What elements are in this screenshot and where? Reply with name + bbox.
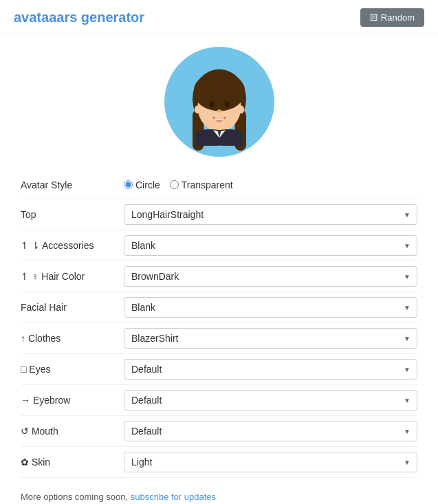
clothes-select-wrapper: BlazerShirt BlazerSweater CollarSweater … bbox=[124, 328, 417, 349]
avatar-style-circle-radio[interactable] bbox=[124, 180, 133, 189]
mouth-row: ↺ Mouth Concerned Default Disbelief Eati… bbox=[21, 416, 417, 447]
eyebrow-value: Angry AngryNatural Default DefaultNatura… bbox=[124, 390, 417, 410]
svg-point-6 bbox=[224, 101, 230, 107]
avatar-circle bbox=[164, 47, 274, 157]
top-select[interactable]: LongHairStraight LongHairBun ShortHairSh… bbox=[124, 204, 417, 225]
eyes-select-wrapper: Close Cry Default Dizzy EyeRoll Happy He… bbox=[124, 359, 417, 380]
eyes-value: Close Cry Default Dizzy EyeRoll Happy He… bbox=[124, 359, 417, 380]
accessories-value: Blank Kurt Prescription01 Prescription02… bbox=[124, 235, 417, 256]
eyebrow-row: → Eyebrow Angry AngryNatural Default Def… bbox=[21, 385, 417, 416]
accessories-row: ↿ ⇂ Accessories Blank Kurt Prescription0… bbox=[21, 230, 417, 261]
hair-color-label: ↿ ♀ Hair Color bbox=[21, 271, 124, 282]
footer-static-text: More options coming soon, bbox=[21, 492, 128, 502]
skin-select[interactable]: Tanned Yellow Pale Light Brown DarkBrown… bbox=[124, 452, 417, 472]
facial-hair-label: Facial Hair bbox=[21, 302, 124, 313]
top-select-wrapper: LongHairStraight LongHairBun ShortHairSh… bbox=[124, 204, 417, 225]
svg-point-8 bbox=[195, 105, 201, 113]
random-button[interactable]: ⚄ Random bbox=[360, 8, 424, 27]
mouth-value: Concerned Default Disbelief Eating Grima… bbox=[124, 421, 417, 441]
facial-hair-row: Facial Hair Blank BeardLight BeardMajest… bbox=[21, 292, 417, 323]
accessories-select[interactable]: Blank Kurt Prescription01 Prescription02… bbox=[124, 235, 417, 256]
skin-row: ✿ Skin Tanned Yellow Pale Light Brown Da… bbox=[21, 447, 417, 478]
hair-color-select[interactable]: Auburn Black Blonde BlondeGolden Brown B… bbox=[124, 266, 417, 287]
skin-value: Tanned Yellow Pale Light Brown DarkBrown… bbox=[124, 452, 417, 472]
avatar-svg bbox=[168, 50, 271, 153]
clothes-row: ↑ Clothes BlazerShirt BlazerSweater Coll… bbox=[21, 323, 417, 354]
avatar-style-transparent-label: Transparent bbox=[182, 179, 233, 190]
mouth-label: ↺ Mouth bbox=[21, 426, 124, 437]
facial-hair-select[interactable]: Blank BeardLight BeardMajestic BeardMedi… bbox=[124, 297, 417, 318]
avatar-preview bbox=[0, 34, 438, 166]
hair-color-select-wrapper: Auburn Black Blonde BlondeGolden Brown B… bbox=[124, 266, 417, 287]
top-label: Top bbox=[21, 209, 124, 220]
facial-hair-value: Blank BeardLight BeardMajestic BeardMedi… bbox=[124, 297, 417, 318]
footer-text: More options coming soon, subscribe for … bbox=[0, 485, 438, 504]
top-row: Top LongHairStraight LongHairBun ShortHa… bbox=[21, 199, 417, 230]
avatar-style-circle-option[interactable]: Circle bbox=[124, 179, 160, 190]
accessories-select-wrapper: Blank Kurt Prescription01 Prescription02… bbox=[124, 235, 417, 256]
skin-select-wrapper: Tanned Yellow Pale Light Brown DarkBrown… bbox=[124, 452, 417, 472]
subscribe-link[interactable]: subscribe for updates bbox=[131, 492, 216, 502]
avatar-style-label: Avatar Style bbox=[21, 179, 124, 190]
controls-section: Avatar Style Circle Transparent Top Long… bbox=[0, 166, 438, 485]
avatar-style-options: Circle Transparent bbox=[124, 179, 417, 190]
hair-color-row: ↿ ♀ Hair Color Auburn Black Blonde Blond… bbox=[21, 261, 417, 292]
eyebrow-select-wrapper: Angry AngryNatural Default DefaultNatura… bbox=[124, 390, 417, 410]
random-icon: ⚄ bbox=[370, 12, 377, 23]
avatar-style-row: Avatar Style Circle Transparent bbox=[21, 171, 417, 199]
svg-point-7 bbox=[217, 109, 221, 113]
svg-point-5 bbox=[209, 101, 215, 107]
facial-hair-select-wrapper: Blank BeardLight BeardMajestic BeardMedi… bbox=[124, 297, 417, 318]
eyes-label: □ Eyes bbox=[21, 364, 124, 375]
mouth-select[interactable]: Concerned Default Disbelief Eating Grima… bbox=[124, 421, 417, 441]
eyes-select[interactable]: Close Cry Default Dizzy EyeRoll Happy He… bbox=[124, 359, 417, 380]
random-button-label: Random bbox=[381, 12, 415, 23]
avatar-style-transparent-option[interactable]: Transparent bbox=[170, 179, 233, 190]
eyebrow-label: → Eyebrow bbox=[21, 395, 124, 406]
top-value: LongHairStraight LongHairBun ShortHairSh… bbox=[124, 204, 417, 225]
hair-color-value: Auburn Black Blonde BlondeGolden Brown B… bbox=[124, 266, 417, 287]
clothes-value: BlazerShirt BlazerSweater CollarSweater … bbox=[124, 328, 417, 349]
eyebrow-select[interactable]: Angry AngryNatural Default DefaultNatura… bbox=[124, 390, 417, 410]
svg-point-9 bbox=[238, 105, 244, 113]
svg-point-4 bbox=[193, 72, 245, 111]
app-title: avataaars generator bbox=[14, 10, 144, 25]
avatar-style-circle-label: Circle bbox=[135, 179, 160, 190]
skin-label: ✿ Skin bbox=[21, 457, 124, 468]
clothes-select[interactable]: BlazerShirt BlazerSweater CollarSweater … bbox=[124, 328, 417, 349]
header: avataaars generator ⚄ Random bbox=[0, 0, 438, 34]
eyes-row: □ Eyes Close Cry Default Dizzy EyeRoll H… bbox=[21, 354, 417, 385]
avatar-style-transparent-radio[interactable] bbox=[170, 180, 179, 189]
mouth-select-wrapper: Concerned Default Disbelief Eating Grima… bbox=[124, 421, 417, 441]
clothes-label: ↑ Clothes bbox=[21, 333, 124, 344]
accessories-label: ↿ ⇂ Accessories bbox=[21, 240, 124, 251]
